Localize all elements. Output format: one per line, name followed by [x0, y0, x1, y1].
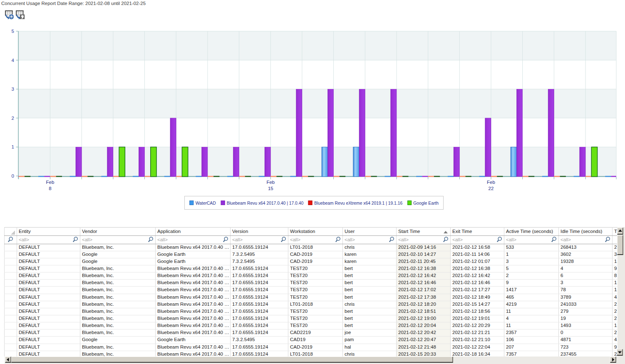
svg-text:3: 3	[12, 87, 14, 92]
svg-text:Feb: Feb	[46, 180, 55, 185]
svg-text:Feb: Feb	[487, 180, 495, 185]
svg-text:22: 22	[489, 186, 494, 191]
svg-text:15: 15	[268, 186, 273, 191]
svg-text:5: 5	[12, 29, 14, 34]
svg-text:0: 0	[12, 173, 14, 178]
svg-text:1: 1	[12, 144, 14, 149]
svg-text:2: 2	[12, 116, 14, 121]
svg-text:8: 8	[49, 186, 51, 191]
svg-text:4: 4	[12, 58, 15, 63]
svg-text:Feb: Feb	[266, 180, 275, 185]
